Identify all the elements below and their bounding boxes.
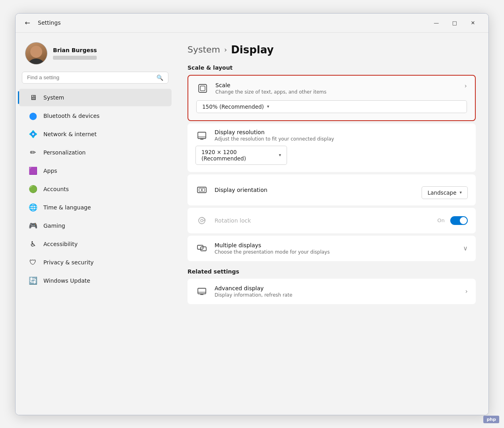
svg-rect-13 [198, 288, 206, 294]
orientation-content: Display orientation [215, 187, 415, 193]
sidebar-item-label: Apps [43, 168, 57, 174]
maximize-button[interactable]: □ [445, 16, 464, 29]
sidebar-item-system[interactable]: 🖥 System [19, 89, 172, 106]
advanced-display-subtitle: Display information, refresh rate [215, 292, 459, 298]
resolution-value: 1920 × 1200 (Recommended) [201, 149, 275, 162]
search-box[interactable]: 🔍 [22, 72, 168, 84]
advanced-display-icon [195, 285, 208, 298]
orientation-icon [195, 184, 208, 196]
dropdown-arrow-icon: ▾ [267, 104, 270, 109]
sidebar-item-privacy[interactable]: 🛡 Privacy & security [19, 254, 172, 271]
svg-rect-7 [199, 188, 201, 192]
privacy-icon: 🛡 [28, 258, 38, 267]
user-section: Brian Burgess [16, 39, 175, 72]
accessibility-icon: ♿ [28, 239, 38, 249]
rotation-lock-card: Rotation lock On [188, 208, 476, 233]
sidebar-item-accounts[interactable]: 🟢 Accounts [19, 180, 172, 198]
orientation-dropdown-arrow-icon: ▾ [459, 190, 462, 195]
multiple-displays-title: Multiple displays [215, 242, 457, 248]
multiple-displays-card: Multiple displays Choose the presentatio… [188, 236, 476, 261]
rotation-lock-row: Rotation lock On [188, 208, 476, 233]
sidebar-item-time[interactable]: 🌐 Time & language [19, 199, 172, 216]
titlebar: ← Settings — □ ✕ [16, 14, 488, 33]
multiple-displays-icon [195, 242, 208, 255]
scale-dropdown[interactable]: 150% (Recommended) ▾ [196, 100, 467, 113]
orientation-dropdown[interactable]: Landscape ▾ [422, 186, 468, 199]
minimize-button[interactable]: — [427, 16, 445, 29]
main-layout: Brian Burgess 🔍 🖥 System ⬤ Bluetooth & d… [16, 33, 488, 415]
search-icon: 🔍 [156, 74, 163, 81]
sidebar-item-personalization[interactable]: ✏️ Personalization [19, 144, 172, 161]
user-name: Brian Burgess [53, 47, 97, 53]
php-badge: php [483, 416, 499, 423]
resolution-dropdown-arrow-icon: ▾ [279, 152, 281, 158]
scale-subtitle: Change the size of text, apps, and other… [215, 89, 458, 95]
avatar [25, 42, 47, 64]
window-controls: — □ ✕ [427, 16, 482, 29]
sidebar-item-network[interactable]: 💠 Network & internet [19, 125, 172, 143]
svg-rect-1 [200, 86, 205, 91]
related-settings-label: Related settings [188, 268, 476, 275]
close-button[interactable]: ✕ [464, 16, 482, 29]
gaming-icon: 🎮 [28, 221, 38, 231]
multiple-displays-content: Multiple displays Choose the presentatio… [215, 242, 457, 255]
resolution-subtitle: Adjust the resolution to fit your connec… [215, 136, 468, 142]
avatar-body [27, 59, 46, 64]
sidebar-item-label: Windows Update [43, 278, 90, 284]
sidebar-item-bluetooth[interactable]: ⬤ Bluetooth & devices [19, 107, 172, 125]
sidebar-item-label: Personalization [43, 149, 86, 156]
orientation-card: Display orientation Landscape ▾ [188, 174, 476, 205]
advanced-display-card: Advanced display Display information, re… [188, 279, 476, 304]
rotation-lock-toggle[interactable] [450, 216, 468, 225]
sidebar-item-label: Privacy & security [43, 259, 94, 266]
sidebar-item-update[interactable]: 🔄 Windows Update [19, 272, 172, 289]
personalization-icon: ✏️ [28, 148, 38, 157]
resolution-dropdown[interactable]: 1920 × 1200 (Recommended) ▾ [195, 146, 287, 165]
resolution-content: Display resolution Adjust the resolution… [215, 129, 468, 142]
bluetooth-icon: ⬤ [28, 111, 38, 121]
sidebar-item-accessibility[interactable]: ♿ Accessibility [19, 235, 172, 253]
breadcrumb-chevron: › [224, 45, 227, 54]
advanced-display-chevron-icon: › [465, 287, 468, 295]
svg-rect-0 [199, 84, 207, 92]
orientation-value: Landscape [428, 190, 457, 196]
accounts-icon: 🟢 [28, 184, 38, 194]
user-info: Brian Burgess [53, 47, 97, 60]
toggle-knob [460, 217, 467, 224]
multiple-displays-row[interactable]: Multiple displays Choose the presentatio… [188, 236, 476, 261]
advanced-display-row[interactable]: Advanced display Display information, re… [188, 279, 476, 304]
breadcrumb-system[interactable]: System [188, 45, 220, 55]
sidebar-item-apps[interactable]: 🟪 Apps [19, 162, 172, 180]
resolution-row: Display resolution Adjust the resolution… [188, 123, 476, 172]
scale-icon [196, 82, 209, 95]
search-input[interactable] [27, 74, 153, 80]
rotation-lock-on-label: On [438, 217, 445, 223]
network-icon: 💠 [28, 129, 38, 139]
time-icon: 🌐 [28, 203, 38, 212]
sidebar-item-gaming[interactable]: 🎮 Gaming [19, 217, 172, 235]
orientation-control: Landscape ▾ [422, 181, 468, 199]
sidebar: Brian Burgess 🔍 🖥 System ⬤ Bluetooth & d… [16, 33, 175, 415]
rotation-lock-title: Rotation lock [215, 217, 431, 224]
orientation-title: Display orientation [215, 187, 415, 193]
user-subtitle-redacted [53, 56, 97, 60]
advanced-display-content: Advanced display Display information, re… [215, 285, 459, 298]
breadcrumb-display: Display [231, 44, 273, 56]
scale-top: Scale Change the size of text, apps, and… [196, 82, 467, 95]
settings-window: ← Settings — □ ✕ Brian Burgess [15, 13, 489, 415]
scale-title: Scale [215, 82, 458, 88]
svg-rect-12 [201, 247, 206, 251]
scale-chevron-icon: › [465, 82, 467, 90]
svg-rect-2 [198, 132, 206, 139]
scale-inner: Scale Change the size of text, apps, and… [188, 76, 475, 120]
svg-rect-8 [202, 188, 205, 192]
back-button[interactable]: ← [22, 17, 33, 28]
sidebar-item-label: System [43, 94, 64, 101]
content-area: System › Display Scale & layout [175, 33, 488, 415]
titlebar-title: Settings [38, 20, 61, 26]
avatar-head [30, 46, 42, 58]
resolution-title: Display resolution [215, 129, 468, 135]
scale-value: 150% (Recommended) [202, 104, 264, 110]
svg-rect-6 [197, 187, 206, 193]
orientation-row: Display orientation Landscape ▾ [188, 174, 476, 205]
